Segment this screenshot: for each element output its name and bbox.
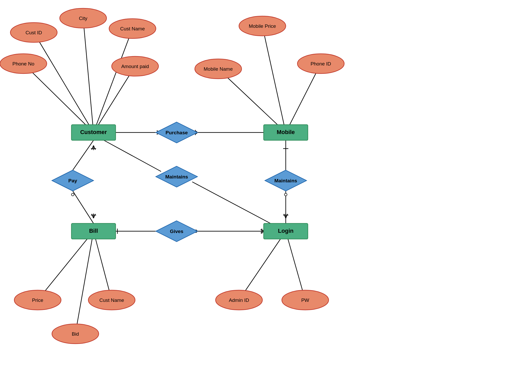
- attr-cust_id: Cust ID: [10, 23, 57, 42]
- svg-text:Gives: Gives: [170, 229, 183, 234]
- entity-bill: Bill: [71, 223, 116, 239]
- svg-line-8: [38, 231, 94, 300]
- svg-text:Mobile: Mobile: [277, 129, 295, 135]
- svg-point-33: [71, 193, 74, 196]
- svg-text:Mobile Name: Mobile Name: [204, 66, 233, 72]
- svg-text:Login: Login: [278, 228, 294, 234]
- svg-line-15: [73, 140, 94, 170]
- attr-cust_name: Cust Name: [109, 19, 156, 38]
- svg-text:Admin ID: Admin ID: [229, 297, 249, 303]
- entity-login: Login: [264, 223, 308, 239]
- svg-text:Customer: Customer: [80, 129, 107, 135]
- attr-phone_id: Phone ID: [297, 54, 344, 74]
- svg-line-17: [104, 140, 161, 171]
- attr-cust_name_bill: Cust Name: [88, 290, 135, 310]
- svg-text:Price: Price: [32, 297, 43, 303]
- rel-maintains-right: Maintains: [265, 170, 307, 191]
- attr-bid: Bid: [52, 324, 99, 344]
- svg-text:Phone No: Phone No: [12, 61, 35, 67]
- svg-text:Mobile Price: Mobile Price: [249, 23, 276, 29]
- er-diagram: CustomerMobileBillLoginPurchasePayMainta…: [0, 0, 532, 392]
- svg-line-12: [286, 231, 305, 300]
- rel-maintains-left: Maintains: [156, 166, 197, 187]
- svg-line-10: [75, 231, 94, 334]
- svg-text:Maintains: Maintains: [274, 178, 297, 183]
- entity-customer: Customer: [71, 125, 116, 140]
- rel-purchase: Purchase: [156, 122, 197, 143]
- rel-gives: Gives: [156, 221, 197, 242]
- svg-line-6: [218, 69, 286, 132]
- attr-admin_id: Admin ID: [216, 290, 262, 310]
- svg-line-9: [94, 231, 112, 300]
- svg-text:Cust ID: Cust ID: [25, 30, 42, 35]
- diagram-canvas: CustomerMobileBillLoginPurchasePayMainta…: [0, 0, 532, 392]
- svg-text:Bill: Bill: [89, 228, 98, 234]
- attr-city: City: [60, 8, 107, 28]
- svg-text:Phone ID: Phone ID: [310, 61, 331, 67]
- svg-line-16: [73, 191, 94, 223]
- svg-point-43: [284, 193, 287, 196]
- svg-text:Pay: Pay: [68, 178, 77, 183]
- svg-text:Cust Name: Cust Name: [99, 297, 124, 303]
- attr-amount_paid: Amount paid: [112, 56, 158, 76]
- svg-line-2: [94, 29, 132, 132]
- svg-text:Cust Name: Cust Name: [120, 26, 145, 31]
- svg-line-11: [239, 231, 286, 300]
- attr-mobile_name: Mobile Name: [195, 59, 242, 79]
- attr-mobile_price: Mobile Price: [239, 16, 286, 36]
- svg-text:Amount paid: Amount paid: [121, 64, 149, 69]
- svg-text:Maintains: Maintains: [165, 174, 188, 180]
- svg-text:City: City: [79, 16, 88, 21]
- svg-line-1: [83, 18, 94, 132]
- rel-pay: Pay: [52, 170, 94, 191]
- svg-line-20: [192, 182, 275, 226]
- attr-phone_no: Phone No: [0, 54, 47, 74]
- svg-text:PW: PW: [301, 297, 309, 303]
- svg-line-5: [262, 26, 286, 132]
- svg-text:Purchase: Purchase: [165, 130, 188, 135]
- attr-price: Price: [14, 290, 61, 310]
- svg-line-7: [286, 64, 321, 132]
- svg-text:Bid: Bid: [72, 331, 79, 337]
- entity-mobile: Mobile: [264, 125, 308, 140]
- attr-pw: PW: [282, 290, 329, 310]
